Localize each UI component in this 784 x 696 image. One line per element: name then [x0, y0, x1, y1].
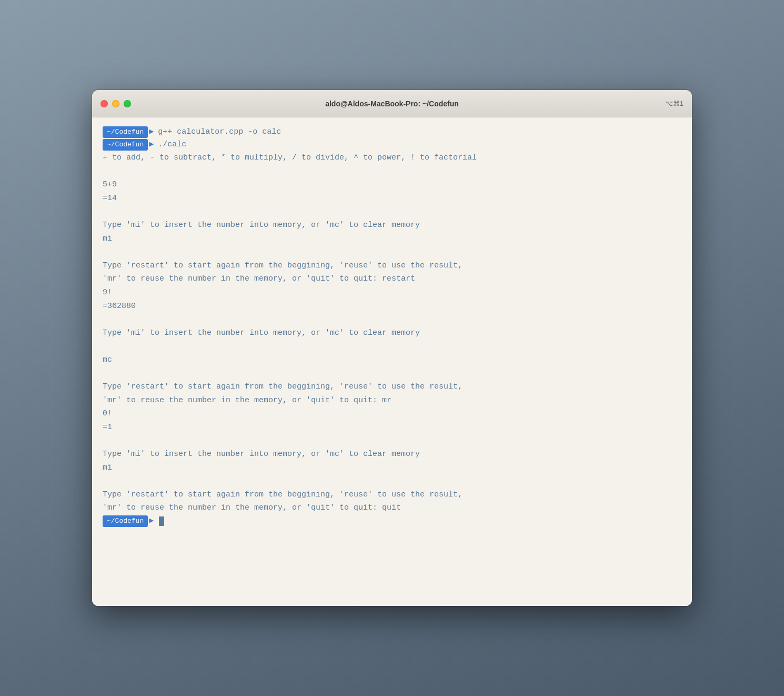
cursor [159, 516, 164, 526]
prompt-arrow-final: ▶ [149, 515, 154, 528]
output-mr-cmd: 'mr' to reuse the number in the memory, … [103, 394, 681, 407]
output-zero-factorial-result-text: =1 [103, 423, 112, 432]
blank-4 [103, 313, 681, 326]
output-zero-factorial-input: 0! [103, 407, 681, 421]
output-mi-prompt-3: Type 'mi' to insert the number into memo… [103, 448, 681, 461]
output-factorial-input-text: 9! [103, 288, 112, 297]
output-restart-prompt-1-text: Type 'restart' to start again from the b… [103, 261, 463, 270]
output-operators-text: + to add, - to subtract, * to multiply, … [103, 153, 477, 162]
output-mi-prompt-1-text: Type 'mi' to insert the number into memo… [103, 221, 420, 230]
prompt-arrow-1: ▶ [149, 126, 154, 138]
output-factorial-input: 9! [103, 286, 681, 300]
output-quit-cmd: 'mr' to reuse the number in the memory, … [103, 501, 681, 515]
terminal-window: aldo@Aldos-MacBook-Pro: ~/Codefun ⌥⌘1 ~/… [92, 90, 692, 606]
blank-1 [103, 165, 681, 178]
prompt-badge-1: ~/Codefun [103, 126, 148, 138]
minimize-button[interactable] [112, 100, 119, 107]
output-expr: 5+9 [103, 178, 681, 192]
command-line-final[interactable]: ~/Codefun ▶ [103, 515, 681, 528]
output-mi-2: mi [103, 461, 681, 475]
terminal-body[interactable]: ~/Codefun ▶ g++ calculator.cpp -o calc ~… [92, 117, 692, 606]
prompt-badge-final: ~/Codefun [103, 515, 148, 528]
command-line-1: ~/Codefun ▶ g++ calculator.cpp -o calc [103, 126, 681, 138]
keyboard-shortcut: ⌥⌘1 [665, 100, 684, 107]
blank-5 [103, 340, 681, 353]
output-mi-prompt-2: Type 'mi' to insert the number into memo… [103, 326, 681, 340]
output-factorial-result-text: =362880 [103, 302, 136, 311]
blank-2 [103, 205, 681, 218]
output-restart-cmd-1-text: 'mr' to reuse the number in the memory, … [103, 274, 415, 283]
output-mc-text: mc [103, 355, 112, 364]
output-zero-factorial-result: =1 [103, 421, 681, 434]
output-zero-factorial-input-text: 0! [103, 409, 112, 418]
blank-6 [103, 367, 681, 381]
output-mi-prompt-2-text: Type 'mi' to insert the number into memo… [103, 329, 420, 337]
output-restart-cmd-1: 'mr' to reuse the number in the memory, … [103, 272, 681, 286]
blank-8 [103, 474, 681, 488]
command-text-2: ./calc [158, 138, 186, 151]
output-restart-prompt-3-text: Type 'restart' to start again from the b… [103, 490, 463, 499]
command-text-1: g++ calculator.cpp -o calc [158, 126, 281, 138]
output-restart-prompt-3: Type 'restart' to start again from the b… [103, 488, 681, 502]
output-mc: mc [103, 353, 681, 367]
blank-3 [103, 245, 681, 259]
output-quit-cmd-text: 'mr' to reuse the number in the memory, … [103, 503, 401, 512]
output-mi-prompt-1: Type 'mi' to insert the number into memo… [103, 218, 681, 232]
output-restart-prompt-1: Type 'restart' to start again from the b… [103, 259, 681, 273]
blank-7 [103, 434, 681, 448]
title-bar: aldo@Aldos-MacBook-Pro: ~/Codefun ⌥⌘1 [92, 90, 692, 117]
traffic-lights [100, 100, 131, 107]
prompt-arrow-2: ▶ [149, 138, 154, 151]
command-line-2: ~/Codefun ▶ ./calc [103, 138, 681, 151]
output-factorial-result: =362880 [103, 300, 681, 313]
output-operators: + to add, - to subtract, * to multiply, … [103, 151, 681, 165]
maximize-button[interactable] [124, 100, 131, 107]
output-mr-cmd-text: 'mr' to reuse the number in the memory, … [103, 396, 391, 405]
output-mi-1: mi [103, 232, 681, 246]
output-result-14-text: =14 [103, 194, 117, 203]
output-restart-prompt-2: Type 'restart' to start again from the b… [103, 380, 681, 394]
window-title: aldo@Aldos-MacBook-Pro: ~/Codefun [325, 100, 459, 108]
output-mi-prompt-3-text: Type 'mi' to insert the number into memo… [103, 450, 420, 459]
output-mi-1-text: mi [103, 234, 112, 243]
output-restart-prompt-2-text: Type 'restart' to start again from the b… [103, 382, 463, 391]
prompt-badge-2: ~/Codefun [103, 139, 148, 151]
output-mi-2-text: mi [103, 463, 112, 472]
output-result-14: =14 [103, 192, 681, 205]
close-button[interactable] [100, 100, 108, 107]
output-expr-text: 5+9 [103, 180, 117, 189]
